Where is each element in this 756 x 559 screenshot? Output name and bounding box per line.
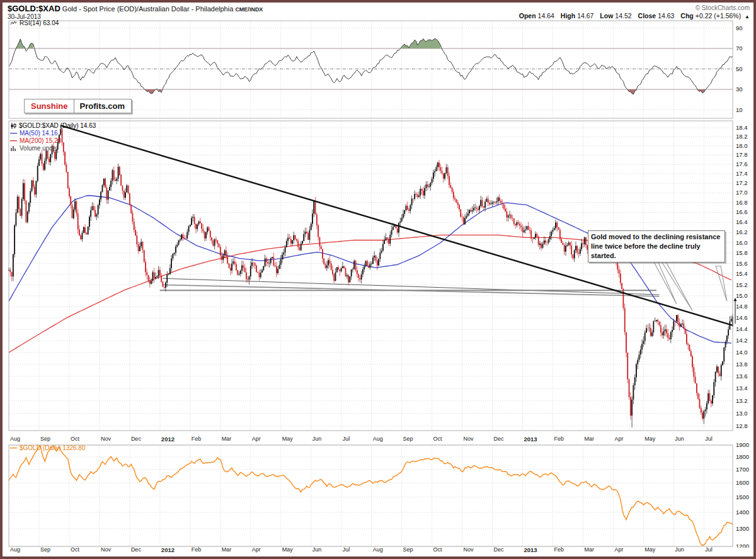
axis-tick-label: 16.2 (736, 229, 748, 235)
axis-tick-label: 15.0 (736, 292, 748, 299)
axis-tick-label: 1900 (736, 443, 749, 448)
x-axis-month-label: 2012 (161, 546, 175, 553)
candlesticks (9, 125, 733, 427)
x-axis-month-label: Aug (373, 546, 383, 553)
x-axis-month-label: Feb (192, 546, 202, 553)
x-axis-month-label: 2012 (161, 436, 175, 443)
rsi-legend-label: RSI(14) 63.04 (20, 20, 59, 26)
ma200-legend-row: — MA(200) 15.28 (10, 137, 96, 144)
x-axis-month-label: Feb (554, 546, 564, 553)
gold-price-line (9, 446, 733, 546)
axis-tick-label: 10 (736, 106, 743, 113)
axis-tick-label: 17.2 (736, 179, 748, 186)
x-axis-month-label: 2013 (524, 436, 537, 443)
rsi-y-axis: 9070503010 (736, 25, 743, 113)
axis-tick-label: 15.4 (736, 270, 748, 277)
gold-y-axis: 19001800170016001500140013001200 (736, 443, 749, 548)
copyright-label: © StockCharts.com (696, 4, 750, 11)
x-axis-month-label: Aug (10, 436, 20, 442)
x-axis-month-label: Feb (192, 436, 202, 442)
x-axis-month-label: May (282, 546, 293, 553)
rsi-oversold-fill (146, 89, 706, 94)
x-axis-month-label: Nov (464, 546, 474, 553)
x-axis-month-label: Aug (373, 436, 383, 442)
axis-tick-label: 18.4 (736, 124, 748, 131)
logo-part2: Profits.com (74, 99, 132, 113)
x-axis-month-label: Nov (464, 436, 474, 442)
axis-tick-label: 16.4 (736, 218, 748, 225)
x-axis-month-label: May (282, 436, 293, 442)
axis-tick-label: 14.0 (736, 349, 748, 356)
x-axis-labels-bottom: AugSepOctNovDec2012FebMarAprMayJunJulAug… (3, 546, 753, 555)
main-grid (9, 121, 733, 431)
ma50-legend-label: MA(50) 14.16 (20, 130, 58, 137)
x-axis-month-label: Dec (494, 436, 504, 442)
x-axis-month-label: Sep (40, 546, 50, 553)
x-axis-month-label: 2013 (524, 546, 537, 553)
x-axis-month-label: Jun (312, 436, 322, 442)
x-axis-month-label: Aug (10, 546, 20, 553)
x-axis-month-label: Mar (584, 436, 594, 442)
axis-tick-label: 16.0 (736, 239, 748, 246)
axis-tick-label: 13.2 (736, 397, 748, 404)
axis-tick-label: 90 (736, 25, 743, 31)
indicator-icon (10, 20, 17, 26)
gold-legend-label: $GOLD (Daily) 1326.80 (20, 444, 86, 451)
axis-tick-label: 50 (736, 65, 743, 72)
gold-legend: — $GOLD (Daily) 1326.80 (10, 444, 86, 451)
x-axis-month-label: Mar (584, 546, 594, 553)
volume-legend-label: Volume undef (20, 145, 58, 152)
axis-tick-label: 13.4 (736, 385, 748, 392)
x-axis-month-label: May (644, 546, 655, 553)
x-axis-month-label: Jun (675, 546, 684, 553)
x-axis-month-label: Dec (494, 546, 504, 553)
axis-tick-label: 15.6 (736, 260, 748, 267)
axis-tick-label: 12.8 (736, 422, 748, 429)
ma50-legend-row: — MA(50) 14.16 (10, 130, 96, 137)
chart-title: $GOLD:$XAD Gold - Spot Price (EOD)/Austr… (8, 4, 263, 13)
x-axis-month-label: Apr (614, 436, 623, 442)
x-axis-month-label: Oct (71, 546, 79, 553)
volume-legend-row: Volume undef (10, 145, 96, 152)
x-axis-month-label: Oct (433, 546, 442, 553)
main-legend: $GOLD:$XAD (Daily) 14.63 — MA(50) 14.16 … (10, 122, 96, 152)
axis-tick-label: 17.6 (736, 161, 748, 167)
symbol-label: $GOLD:$XAD (8, 4, 60, 13)
axis-tick-label: 13.6 (736, 373, 748, 380)
x-axis-month-label: Jun (312, 546, 322, 553)
ma50-line-icon: — (10, 130, 17, 137)
x-axis-month-label: Dec (131, 436, 141, 442)
annotation-callout: Gold moved to the declining resistance l… (588, 230, 725, 263)
axis-tick-label: 17.0 (736, 189, 748, 196)
symbol-description: Gold - Spot Price (EOD)/Australian Dolla… (62, 5, 233, 13)
axis-tick-label: 1400 (736, 509, 749, 516)
x-axis-month-label: Apr (252, 436, 261, 442)
main-y-axis: 18.418.218.017.817.617.417.217.016.816.6… (736, 124, 748, 429)
annotation-line1: Gold moved to the declining resistance (591, 232, 722, 242)
rsi-line (9, 38, 733, 94)
x-axis-month-label: Mar (222, 436, 232, 442)
x-axis-month-label: Jul (343, 436, 350, 442)
axis-tick-label: 18.0 (736, 142, 748, 149)
axis-tick-label: 1800 (736, 453, 749, 460)
candlestick-icon (10, 123, 16, 129)
gold-line-icon: — (10, 444, 17, 451)
axis-tick-label: 16.6 (736, 208, 748, 215)
sunshine-profits-logo: Sunshine Profits.com (24, 99, 132, 113)
x-axis-month-label: May (644, 436, 655, 442)
axis-tick-label: 16.8 (736, 199, 748, 206)
x-axis-month-label: Jul (705, 436, 713, 442)
x-axis-month-label: Nov (101, 436, 111, 442)
axis-tick-label: 30 (736, 86, 743, 93)
x-axis-month-label: Sep (403, 546, 413, 553)
annotation-line2: line twice before the decline truly star… (591, 242, 722, 261)
gold-panel-svg: 19001800170016001500140013001200 (3, 443, 753, 548)
x-axis-month-label: Apr (614, 546, 623, 553)
ma200-legend-label: MA(200) 15.28 (20, 137, 61, 144)
x-axis-month-label: Jun (675, 436, 684, 442)
axis-tick-label: 17.4 (736, 170, 748, 177)
rsi-overbought-fill (16, 38, 440, 48)
chart-frame: $GOLD:$XAD Gold - Spot Price (EOD)/Austr… (0, 0, 756, 559)
axis-tick-label: 14.6 (736, 314, 748, 321)
axis-tick-label: 18.2 (736, 133, 748, 140)
